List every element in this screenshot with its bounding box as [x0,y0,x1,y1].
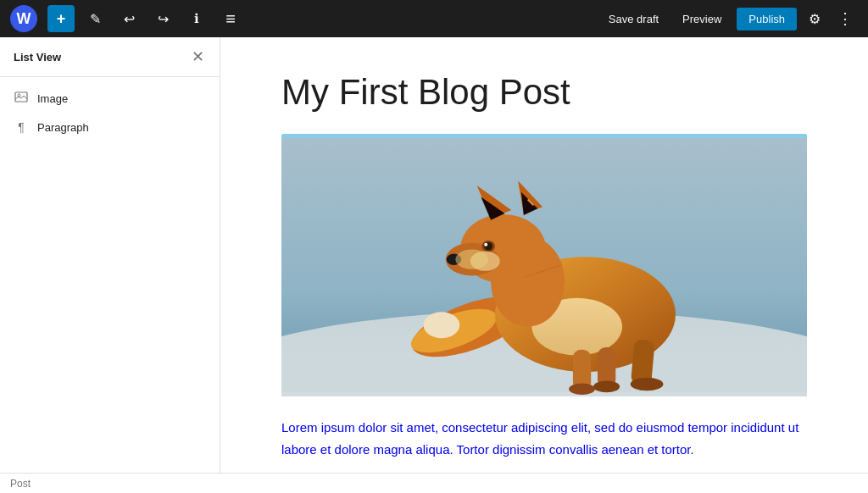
image-icon [14,91,29,107]
details-button[interactable] [183,5,210,32]
svg-point-26 [484,243,487,246]
more-options-button[interactable] [832,6,858,31]
svg-point-7 [424,313,460,339]
plus-icon [57,10,66,28]
status-label: Post [10,478,31,490]
svg-point-11 [631,378,664,391]
paragraph-icon [14,120,29,134]
post-title[interactable]: My First Blog Post [281,71,807,114]
list-view-button[interactable] [217,5,244,32]
sidebar-header: List View ✕ [0,37,220,77]
save-draft-button[interactable]: Save draft [600,8,667,30]
gear-icon [809,10,821,27]
sidebar-list: Image Paragraph [0,77,220,147]
post-paragraph[interactable]: Lorem ipsum dolor sit amet, consectetur … [281,417,807,460]
toolbar-right: Save draft Preview Publish [600,6,858,31]
list-view-icon [225,9,236,29]
redo-icon [158,11,169,27]
svg-point-13 [593,381,620,393]
status-bar: Post [0,473,868,493]
settings-button[interactable] [804,7,826,31]
toolbar: W Save draft Preview Publish [0,0,868,37]
edit-icon [90,11,101,27]
info-icon [194,11,199,26]
sidebar-item-paragraph-label: Paragraph [37,121,89,134]
close-sidebar-button[interactable]: ✕ [190,47,206,66]
preview-button[interactable]: Preview [674,8,730,30]
editor-content: My First Blog Post [281,71,807,439]
sidebar: List View ✕ Image Paragraph [0,37,220,473]
svg-point-15 [569,384,595,396]
more-icon [837,10,853,27]
sidebar-item-paragraph[interactable]: Paragraph [0,114,220,141]
sidebar-title: List View [14,51,61,64]
undo-icon [124,11,135,27]
redo-button[interactable] [149,5,176,32]
wp-logo-icon[interactable]: W [10,5,37,32]
content-area[interactable]: My First Blog Post [220,37,868,473]
tools-button[interactable] [81,5,108,32]
main-layout: List View ✕ Image Paragraph [0,37,868,473]
post-image-block[interactable] [281,134,807,396]
publish-button[interactable]: Publish [737,8,797,30]
svg-point-1 [18,94,20,97]
sidebar-item-image[interactable]: Image [0,84,220,114]
undo-button[interactable] [115,5,142,32]
fox-image-svg [281,134,807,396]
sidebar-item-image-label: Image [37,92,68,105]
add-block-button[interactable] [47,5,75,32]
svg-point-28 [455,250,488,269]
